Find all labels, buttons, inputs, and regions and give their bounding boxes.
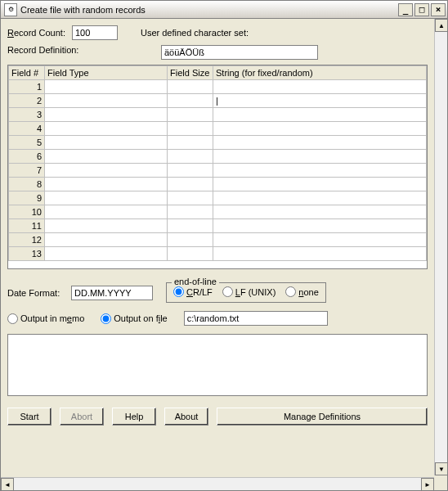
table-row[interactable]: 2| <box>9 94 427 108</box>
field-size-cell[interactable] <box>168 150 213 164</box>
field-size-cell[interactable] <box>168 205 213 219</box>
string-cell[interactable] <box>213 233 427 247</box>
field-type-cell[interactable] <box>45 164 168 178</box>
field-size-cell[interactable] <box>168 94 213 108</box>
scroll-left-icon[interactable]: ◄ <box>1 478 14 491</box>
field-type-cell[interactable] <box>45 108 168 122</box>
titlebar: ⚙ Create file with random records _ □ × <box>1 1 447 19</box>
table-row[interactable]: 6 <box>9 150 427 164</box>
record-count-input[interactable] <box>72 25 118 40</box>
table-row[interactable]: 11 <box>9 219 427 233</box>
string-cell[interactable] <box>213 178 427 191</box>
field-type-cell[interactable] <box>45 205 168 219</box>
field-size-cell[interactable] <box>168 164 213 178</box>
scroll-right-icon[interactable]: ► <box>421 478 434 491</box>
field-type-cell[interactable] <box>45 80 168 94</box>
string-cell[interactable] <box>213 122 427 136</box>
app-icon: ⚙ <box>4 3 17 16</box>
eol-crlf-radio[interactable]: CR/LF <box>173 286 213 297</box>
output-file-input[interactable] <box>184 311 328 326</box>
string-cell[interactable] <box>213 205 427 219</box>
scrollbar-vertical[interactable]: ▲ ▼ <box>434 19 447 475</box>
string-cell[interactable] <box>213 80 427 94</box>
user-charset-input[interactable] <box>161 45 318 60</box>
row-number: 9 <box>9 191 45 205</box>
scroll-down-icon[interactable]: ▼ <box>435 462 448 475</box>
col-header-string[interactable]: String (for fixed/random) <box>213 66 427 80</box>
string-cell[interactable]: | <box>213 94 427 108</box>
eol-lf-radio[interactable]: LF (UNIX) <box>222 286 276 297</box>
row-number: 11 <box>9 219 45 233</box>
table-row[interactable]: 13 <box>9 247 427 261</box>
string-cell[interactable] <box>213 219 427 233</box>
field-type-cell[interactable] <box>45 136 168 150</box>
field-size-cell[interactable] <box>168 233 213 247</box>
fields-table[interactable]: Field # Field Type Field Size String (fo… <box>7 65 428 269</box>
record-count-label: Record Count: <box>7 28 65 38</box>
date-format-label: Date Format: <box>7 288 65 298</box>
table-row[interactable]: 12 <box>9 233 427 247</box>
start-button[interactable]: Start <box>7 408 52 426</box>
field-size-cell[interactable] <box>168 219 213 233</box>
field-size-cell[interactable] <box>168 247 213 261</box>
table-row[interactable]: 9 <box>9 191 427 205</box>
field-type-cell[interactable] <box>45 178 168 191</box>
string-cell[interactable] <box>213 247 427 261</box>
help-button[interactable]: Help <box>112 408 156 426</box>
eol-none-radio[interactable]: none <box>285 286 318 297</box>
minimize-button[interactable]: _ <box>398 3 413 16</box>
scrollbar-corner <box>434 477 447 490</box>
row-number: 3 <box>9 108 45 122</box>
field-type-cell[interactable] <box>45 219 168 233</box>
field-type-cell[interactable] <box>45 150 168 164</box>
table-row[interactable]: 10 <box>9 205 427 219</box>
field-size-cell[interactable] <box>168 108 213 122</box>
abort-button: Abort <box>60 408 104 426</box>
field-type-cell[interactable] <box>45 233 168 247</box>
table-row[interactable]: 8 <box>9 178 427 191</box>
table-row[interactable]: 3 <box>9 108 427 122</box>
manage-definitions-button[interactable]: Manage Definitions <box>217 408 428 426</box>
table-row[interactable]: 7 <box>9 164 427 178</box>
string-cell[interactable] <box>213 108 427 122</box>
col-header-field-type[interactable]: Field Type <box>45 66 168 80</box>
row-number: 5 <box>9 136 45 150</box>
row-number: 7 <box>9 164 45 178</box>
about-button[interactable]: About <box>164 408 208 426</box>
string-cell[interactable] <box>213 191 427 205</box>
maximize-button[interactable]: □ <box>414 3 429 16</box>
date-format-input[interactable] <box>71 286 153 300</box>
string-cell[interactable] <box>213 164 427 178</box>
content-area: Record Count: User defined character set… <box>1 19 447 490</box>
field-type-cell[interactable] <box>45 122 168 136</box>
field-size-cell[interactable] <box>168 191 213 205</box>
table-row[interactable]: 5 <box>9 136 427 150</box>
window-title: Create file with random records <box>20 5 398 15</box>
output-memo-area[interactable] <box>7 334 428 396</box>
string-cell[interactable] <box>213 136 427 150</box>
field-type-cell[interactable] <box>45 191 168 205</box>
field-size-cell[interactable] <box>168 122 213 136</box>
user-charset-label: User defined character set: <box>141 28 249 38</box>
scroll-up-icon[interactable]: ▲ <box>435 19 448 32</box>
field-size-cell[interactable] <box>168 136 213 150</box>
table-row[interactable]: 4 <box>9 122 427 136</box>
col-header-field-size[interactable]: Field Size <box>168 66 213 80</box>
eol-fieldset: end-of-line CR/LF LF (UNIX) none <box>166 282 326 303</box>
field-type-cell[interactable] <box>45 94 168 108</box>
output-file-radio[interactable]: Output on file <box>101 313 167 324</box>
field-size-cell[interactable] <box>168 80 213 94</box>
scrollbar-horizontal[interactable]: ◄ ► <box>1 477 434 490</box>
close-button[interactable]: × <box>431 3 446 16</box>
field-size-cell[interactable] <box>168 178 213 191</box>
string-cell[interactable] <box>213 150 427 164</box>
eol-legend: end-of-line <box>172 277 219 286</box>
col-header-field-num[interactable]: Field # <box>9 66 45 80</box>
row-number: 12 <box>9 233 45 247</box>
row-number: 13 <box>9 247 45 261</box>
row-number: 1 <box>9 80 45 94</box>
row-number: 10 <box>9 205 45 219</box>
field-type-cell[interactable] <box>45 247 168 261</box>
output-memo-radio[interactable]: Output in memo <box>7 313 84 324</box>
table-row[interactable]: 1 <box>9 80 427 94</box>
